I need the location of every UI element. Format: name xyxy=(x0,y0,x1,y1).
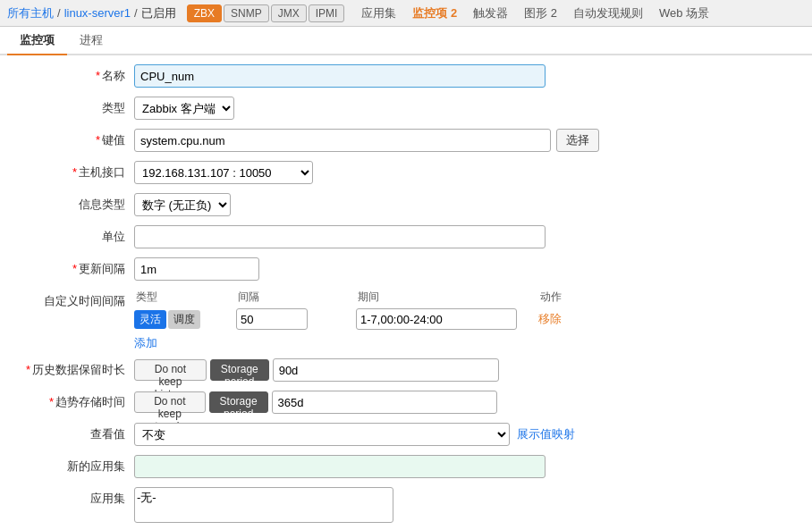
name-label: *名称 xyxy=(18,64,134,84)
unit-label: 单位 xyxy=(18,225,134,245)
type-select[interactable]: Zabbix 客户端 xyxy=(134,97,234,120)
trends-no-keep-btn[interactable]: Do not keep trends xyxy=(134,391,206,413)
unit-input[interactable] xyxy=(134,225,546,248)
trends-storage-period-btn[interactable]: Storage period xyxy=(209,391,268,413)
pill-ipmi[interactable]: IPMI xyxy=(309,4,345,22)
new-app-label: 新的应用集 xyxy=(18,455,134,475)
history-label: *历史数据保留时长 xyxy=(18,358,134,378)
nav-app-collection[interactable]: 应用集 xyxy=(355,4,402,23)
valuemap-control: 不变 展示值映射 xyxy=(134,423,599,446)
info-type-control: 数字 (无正负) xyxy=(134,193,546,216)
nav-discovery[interactable]: 自动发现规则 xyxy=(567,4,649,23)
new-app-row: 新的应用集 xyxy=(18,455,787,480)
host-interface-select[interactable]: 192.168.131.107 : 10050 xyxy=(134,161,313,184)
custom-time-data-row: 灵活 调度 移除 xyxy=(134,308,787,330)
col-period: 期间 xyxy=(358,290,537,305)
col-action: 动作 xyxy=(540,290,612,305)
update-interval-input[interactable] xyxy=(134,257,259,281)
key-row: *键值 选择 xyxy=(18,129,787,154)
update-interval-row: *更新间隔 xyxy=(18,257,787,282)
trends-row: *趋势存储时间 Do not keep trends Storage perio… xyxy=(18,391,787,416)
app-select[interactable]: -无- xyxy=(134,487,393,523)
app-row: 应用集 -无- xyxy=(18,487,787,523)
period-cell xyxy=(356,308,535,330)
valuemap-select[interactable]: 不变 xyxy=(134,423,510,446)
new-app-control xyxy=(134,455,546,478)
host-interface-control: 192.168.131.107 : 10050 xyxy=(134,161,546,184)
key-input[interactable] xyxy=(134,129,551,152)
pill-flexible[interactable]: 灵活 xyxy=(134,310,166,329)
form-area: *名称 类型 Zabbix 客户端 *键值 选择 *主机接口 xyxy=(0,55,805,530)
add-custom-time-link[interactable]: 添加 xyxy=(134,336,157,349)
breadcrumb: 所有主机 / linux-server1 / 已启用 xyxy=(7,5,176,21)
key-label: *键值 xyxy=(18,129,134,148)
pill-zbx[interactable]: ZBX xyxy=(187,4,222,22)
interval-cell xyxy=(236,308,352,330)
nav-graph2[interactable]: 图形 2 xyxy=(518,4,563,23)
update-interval-control xyxy=(134,257,546,281)
trends-value-input[interactable] xyxy=(272,391,498,414)
update-interval-label: *更新间隔 xyxy=(18,257,134,277)
key-select-btn[interactable]: 选择 xyxy=(556,129,599,152)
top-nav: 所有主机 / linux-server1 / 已启用 ZBX SNMP JMX … xyxy=(0,0,812,27)
nav-web[interactable]: Web 场景 xyxy=(653,4,715,23)
tab-process[interactable]: 进程 xyxy=(67,27,115,55)
custom-time-row: 自定义时间间隔 类型 间隔 期间 动作 灵活 调度 xyxy=(18,290,787,351)
new-app-input[interactable] xyxy=(134,455,546,478)
breadcrumb-all-hosts[interactable]: 所有主机 xyxy=(7,5,54,21)
pill-snmp[interactable]: SNMP xyxy=(224,4,269,22)
trends-storage-row: Do not keep trends Storage period xyxy=(134,391,497,414)
pill-schedule[interactable]: 调度 xyxy=(168,310,200,329)
pill-jmx[interactable]: JMX xyxy=(271,4,307,22)
history-value-input[interactable] xyxy=(273,358,499,382)
host-interface-label: *主机接口 xyxy=(18,161,134,181)
nav-monitor-item2[interactable]: 监控项 2 xyxy=(406,4,463,23)
name-control xyxy=(134,64,546,88)
unit-row: 单位 xyxy=(18,225,787,250)
info-type-row: 信息类型 数字 (无正负) xyxy=(18,193,787,218)
action-cell: 移除 xyxy=(538,311,610,327)
valuemap-row: 查看值 不变 展示值映射 xyxy=(18,423,787,448)
host-status: 已启用 xyxy=(141,5,176,21)
custom-time-section: 类型 间隔 期间 动作 灵活 调度 移除 xyxy=(134,290,787,351)
valuemap-label: 查看值 xyxy=(18,423,134,442)
nav-trigger[interactable]: 触发器 xyxy=(467,4,514,23)
type-row: 类型 Zabbix 客户端 xyxy=(18,97,787,122)
col-interval: 间隔 xyxy=(238,290,354,305)
type-label: 类型 xyxy=(18,97,134,116)
info-type-select[interactable]: 数字 (无正负) xyxy=(134,193,231,216)
remove-link[interactable]: 移除 xyxy=(538,312,562,325)
tab-monitor-item[interactable]: 监控项 xyxy=(7,27,67,55)
history-no-keep-btn[interactable]: Do not keep history xyxy=(134,359,207,381)
top-nav-links: 应用集 监控项 2 触发器 图形 2 自动发现规则 Web 场景 xyxy=(355,4,715,23)
history-storage-period-btn[interactable]: Storage period xyxy=(210,359,269,381)
trends-label: *趋势存储时间 xyxy=(18,391,134,410)
custom-time-type-cell: 灵活 调度 xyxy=(134,310,233,329)
add-row: 添加 xyxy=(134,335,787,351)
type-control: Zabbix 客户端 xyxy=(134,97,546,120)
custom-time-label: 自定义时间间隔 xyxy=(18,290,134,309)
info-type-label: 信息类型 xyxy=(18,193,134,213)
breadcrumb-host[interactable]: linux-server1 xyxy=(64,6,131,20)
app-control: -无- xyxy=(134,487,546,523)
history-row: *历史数据保留时长 Do not keep history Storage pe… xyxy=(18,358,787,383)
sub-tabs: 监控项 进程 xyxy=(0,27,812,55)
protocol-pills: ZBX SNMP JMX IPMI xyxy=(187,4,345,22)
name-row: *名称 xyxy=(18,64,787,89)
interval-input[interactable] xyxy=(236,308,308,330)
unit-control xyxy=(134,225,546,248)
valuemap-show-link[interactable]: 展示值映射 xyxy=(517,426,575,442)
breadcrumb-sep: / xyxy=(57,6,61,20)
host-interface-row: *主机接口 192.168.131.107 : 10050 xyxy=(18,161,787,186)
name-input[interactable] xyxy=(134,64,546,88)
breadcrumb-sep2: / xyxy=(134,6,138,20)
history-storage-row: Do not keep history Storage period xyxy=(134,358,499,382)
period-input[interactable] xyxy=(356,308,517,330)
app-label: 应用集 xyxy=(18,487,134,507)
col-type: 类型 xyxy=(136,290,234,305)
